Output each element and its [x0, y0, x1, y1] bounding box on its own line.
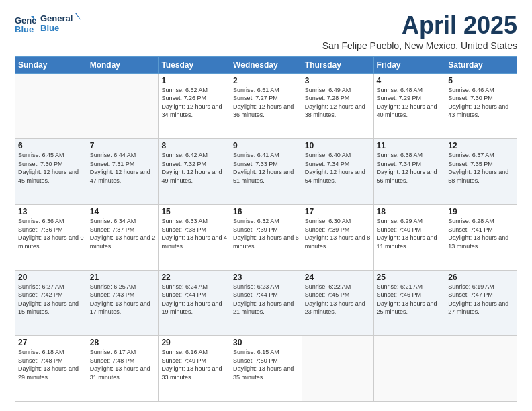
page: General Blue General Blue April 2025 San…: [0, 0, 532, 411]
calendar-cell: 30Sunrise: 6:15 AM Sunset: 7:50 PM Dayli…: [230, 336, 302, 402]
calendar-cell: 1Sunrise: 6:52 AM Sunset: 7:26 PM Daylig…: [159, 73, 230, 139]
day-info: Sunrise: 6:45 AM Sunset: 7:30 PM Dayligh…: [18, 151, 84, 185]
calendar-cell: 2Sunrise: 6:51 AM Sunset: 7:27 PM Daylig…: [230, 73, 302, 139]
day-info: Sunrise: 6:37 AM Sunset: 7:35 PM Dayligh…: [448, 151, 514, 185]
day-number: 8: [161, 141, 227, 150]
svg-marker-6: [77, 16, 81, 20]
day-number: 23: [233, 273, 299, 282]
day-info: Sunrise: 6:28 AM Sunset: 7:41 PM Dayligh…: [448, 217, 514, 250]
day-number: 12: [448, 141, 514, 150]
day-of-week-tuesday: Tuesday: [159, 56, 230, 73]
day-info: Sunrise: 6:51 AM Sunset: 7:27 PM Dayligh…: [233, 86, 299, 120]
calendar-header-row: SundayMondayTuesdayWednesdayThursdayFrid…: [15, 56, 517, 73]
calendar-table: SundayMondayTuesdayWednesdayThursdayFrid…: [15, 56, 517, 402]
day-info: Sunrise: 6:24 AM Sunset: 7:44 PM Dayligh…: [161, 283, 227, 316]
calendar-cell: [87, 73, 159, 139]
day-info: Sunrise: 6:22 AM Sunset: 7:45 PM Dayligh…: [305, 283, 371, 316]
day-info: Sunrise: 6:29 AM Sunset: 7:40 PM Dayligh…: [377, 217, 443, 250]
day-number: 7: [90, 141, 156, 150]
day-number: 25: [377, 273, 443, 282]
day-number: 11: [377, 141, 443, 150]
day-of-week-friday: Friday: [373, 56, 445, 73]
day-number: 13: [18, 207, 84, 216]
day-info: Sunrise: 6:41 AM Sunset: 7:33 PM Dayligh…: [233, 151, 299, 185]
day-number: 30: [233, 338, 299, 347]
day-info: Sunrise: 6:33 AM Sunset: 7:38 PM Dayligh…: [161, 217, 227, 250]
day-number: 14: [90, 207, 156, 216]
day-number: 15: [161, 207, 227, 216]
day-info: Sunrise: 6:21 AM Sunset: 7:46 PM Dayligh…: [377, 283, 443, 316]
logo-icon: General Blue: [15, 15, 36, 34]
day-of-week-monday: Monday: [87, 56, 159, 73]
calendar-week-row: 20Sunrise: 6:27 AM Sunset: 7:42 PM Dayli…: [15, 270, 517, 336]
day-info: Sunrise: 6:19 AM Sunset: 7:47 PM Dayligh…: [448, 283, 514, 316]
logo: General Blue General Blue: [15, 12, 81, 36]
day-info: Sunrise: 6:52 AM Sunset: 7:26 PM Dayligh…: [161, 86, 227, 120]
calendar-cell: 7Sunrise: 6:44 AM Sunset: 7:31 PM Daylig…: [87, 139, 159, 205]
day-info: Sunrise: 6:49 AM Sunset: 7:28 PM Dayligh…: [305, 86, 371, 120]
day-of-week-thursday: Thursday: [302, 56, 373, 73]
day-number: 3: [305, 76, 371, 85]
calendar-cell: 18Sunrise: 6:29 AM Sunset: 7:40 PM Dayli…: [373, 204, 445, 270]
calendar-cell: 22Sunrise: 6:24 AM Sunset: 7:44 PM Dayli…: [159, 270, 230, 336]
calendar-cell: 28Sunrise: 6:17 AM Sunset: 7:48 PM Dayli…: [87, 336, 159, 402]
day-number: 1: [161, 76, 227, 85]
day-of-week-saturday: Saturday: [445, 56, 517, 73]
calendar-cell: 5Sunrise: 6:46 AM Sunset: 7:30 PM Daylig…: [445, 73, 517, 139]
calendar-week-row: 13Sunrise: 6:36 AM Sunset: 7:36 PM Dayli…: [15, 204, 517, 270]
day-number: 29: [161, 338, 227, 347]
calendar-cell: 4Sunrise: 6:48 AM Sunset: 7:29 PM Daylig…: [373, 73, 445, 139]
day-info: Sunrise: 6:34 AM Sunset: 7:37 PM Dayligh…: [90, 217, 156, 250]
day-info: Sunrise: 6:30 AM Sunset: 7:39 PM Dayligh…: [305, 217, 371, 250]
day-info: Sunrise: 6:46 AM Sunset: 7:30 PM Dayligh…: [448, 86, 514, 120]
day-number: 22: [161, 273, 227, 282]
header: General Blue General Blue April 2025 San…: [15, 12, 517, 51]
day-number: 24: [305, 273, 371, 282]
calendar-cell: 29Sunrise: 6:16 AM Sunset: 7:49 PM Dayli…: [159, 336, 230, 402]
day-info: Sunrise: 6:18 AM Sunset: 7:48 PM Dayligh…: [18, 348, 84, 381]
calendar-cell: [15, 73, 87, 139]
day-info: Sunrise: 6:42 AM Sunset: 7:32 PM Dayligh…: [161, 151, 227, 185]
calendar-cell: [302, 336, 373, 402]
day-info: Sunrise: 6:32 AM Sunset: 7:39 PM Dayligh…: [233, 217, 299, 250]
day-of-week-sunday: Sunday: [15, 56, 87, 73]
day-number: 27: [18, 338, 84, 347]
day-number: 21: [90, 273, 156, 282]
calendar-cell: 13Sunrise: 6:36 AM Sunset: 7:36 PM Dayli…: [15, 204, 87, 270]
calendar-cell: 25Sunrise: 6:21 AM Sunset: 7:46 PM Dayli…: [373, 270, 445, 336]
calendar-cell: 14Sunrise: 6:34 AM Sunset: 7:37 PM Dayli…: [87, 204, 159, 270]
day-info: Sunrise: 6:40 AM Sunset: 7:34 PM Dayligh…: [305, 151, 371, 185]
svg-text:General: General: [40, 13, 73, 24]
day-info: Sunrise: 6:36 AM Sunset: 7:36 PM Dayligh…: [18, 217, 84, 250]
calendar-week-row: 27Sunrise: 6:18 AM Sunset: 7:48 PM Dayli…: [15, 336, 517, 402]
day-number: 19: [448, 207, 514, 216]
day-info: Sunrise: 6:27 AM Sunset: 7:42 PM Dayligh…: [18, 283, 84, 316]
calendar-cell: 27Sunrise: 6:18 AM Sunset: 7:48 PM Dayli…: [15, 336, 87, 402]
calendar-cell: [373, 336, 445, 402]
day-number: 17: [305, 207, 371, 216]
calendar-cell: 17Sunrise: 6:30 AM Sunset: 7:39 PM Dayli…: [302, 204, 373, 270]
calendar-cell: 8Sunrise: 6:42 AM Sunset: 7:32 PM Daylig…: [159, 139, 230, 205]
day-number: 10: [305, 141, 371, 150]
day-info: Sunrise: 6:23 AM Sunset: 7:44 PM Dayligh…: [233, 283, 299, 316]
day-info: Sunrise: 6:16 AM Sunset: 7:49 PM Dayligh…: [161, 348, 227, 381]
calendar-cell: 12Sunrise: 6:37 AM Sunset: 7:35 PM Dayli…: [445, 139, 517, 205]
svg-text:Blue: Blue: [15, 24, 34, 34]
day-number: 28: [90, 338, 156, 347]
day-number: 18: [377, 207, 443, 216]
calendar-cell: 19Sunrise: 6:28 AM Sunset: 7:41 PM Dayli…: [445, 204, 517, 270]
day-number: 5: [448, 76, 514, 85]
title-block: April 2025 San Felipe Pueblo, New Mexico…: [322, 12, 517, 51]
day-info: Sunrise: 6:25 AM Sunset: 7:43 PM Dayligh…: [90, 283, 156, 316]
day-of-week-wednesday: Wednesday: [230, 56, 302, 73]
calendar-cell: 26Sunrise: 6:19 AM Sunset: 7:47 PM Dayli…: [445, 270, 517, 336]
day-info: Sunrise: 6:15 AM Sunset: 7:50 PM Dayligh…: [233, 348, 299, 381]
calendar-cell: 16Sunrise: 6:32 AM Sunset: 7:39 PM Dayli…: [230, 204, 302, 270]
svg-text:Blue: Blue: [40, 23, 59, 33]
day-number: 6: [18, 141, 84, 150]
calendar-week-row: 6Sunrise: 6:45 AM Sunset: 7:30 PM Daylig…: [15, 139, 517, 205]
calendar-cell: 21Sunrise: 6:25 AM Sunset: 7:43 PM Dayli…: [87, 270, 159, 336]
day-info: Sunrise: 6:38 AM Sunset: 7:34 PM Dayligh…: [377, 151, 443, 185]
calendar-cell: 23Sunrise: 6:23 AM Sunset: 7:44 PM Dayli…: [230, 270, 302, 336]
calendar-cell: 3Sunrise: 6:49 AM Sunset: 7:28 PM Daylig…: [302, 73, 373, 139]
